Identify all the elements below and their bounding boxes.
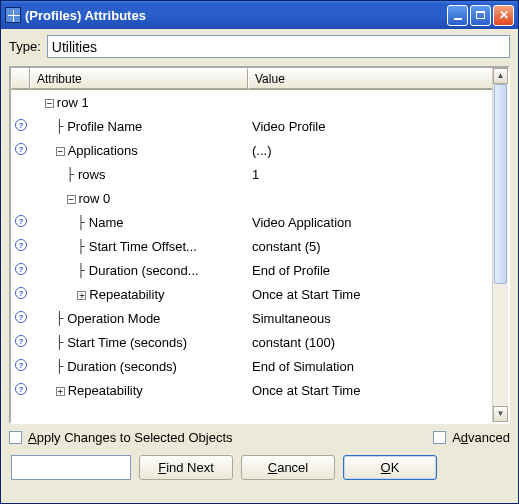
table-row[interactable]: ? ├ Profile NameVideo Profile (11, 114, 492, 138)
attribute-cell[interactable]: −row 1 (30, 95, 248, 110)
value-cell[interactable]: Simultaneous (248, 311, 492, 326)
attribute-cell[interactable]: +Repeatability (30, 287, 248, 302)
attribute-cell[interactable]: ├ Operation Mode (30, 311, 248, 326)
find-next-button[interactable]: Find Next (139, 455, 233, 480)
titlebar[interactable]: (Profiles) Attributes ✕ (1, 1, 518, 29)
table-row[interactable]: ? ├ Duration (second...End of Profile (11, 258, 492, 282)
value-cell[interactable]: End of Simulation (248, 359, 492, 374)
minimize-button[interactable] (447, 5, 468, 26)
apply-changes-checkbox[interactable] (9, 431, 22, 444)
svg-text:?: ? (18, 337, 23, 346)
attr-label: Name (89, 215, 124, 230)
attr-label: Operation Mode (67, 311, 160, 326)
table-row[interactable]: ├ rows1 (11, 162, 492, 186)
attribute-cell[interactable]: ├ Duration (second... (30, 263, 248, 278)
scroll-thumb[interactable] (494, 84, 507, 284)
svg-text:?: ? (18, 313, 23, 322)
type-input[interactable] (47, 35, 510, 58)
svg-text:?: ? (18, 361, 23, 370)
help-icon[interactable]: ? (11, 239, 30, 254)
table-row[interactable]: ? +RepeatabilityOnce at Start Time (11, 378, 492, 402)
svg-text:?: ? (18, 121, 23, 130)
attr-label: Repeatability (68, 383, 143, 398)
help-icon[interactable]: ? (11, 383, 30, 398)
window-title: (Profiles) Attributes (25, 8, 447, 23)
table-row[interactable]: ? +RepeatabilityOnce at Start Time (11, 282, 492, 306)
attr-label: Duration (second... (89, 263, 199, 278)
help-icon[interactable]: ? (11, 263, 30, 278)
header-help-col (11, 68, 30, 89)
value-cell[interactable]: (...) (248, 143, 492, 158)
attribute-cell[interactable]: ├ Name (30, 215, 248, 230)
value-cell[interactable]: constant (5) (248, 239, 492, 254)
close-button[interactable]: ✕ (493, 5, 514, 26)
app-icon (5, 7, 21, 23)
cancel-button[interactable]: Cancel (241, 455, 335, 480)
value-cell[interactable]: constant (100) (248, 335, 492, 350)
expand-icon[interactable]: + (77, 291, 86, 300)
svg-text:?: ? (18, 385, 23, 394)
attribute-cell[interactable]: ├ rows (30, 167, 248, 182)
attr-label: Repeatability (89, 287, 164, 302)
help-icon[interactable]: ? (11, 287, 30, 302)
help-icon[interactable]: ? (11, 143, 30, 158)
window: (Profiles) Attributes ✕ Type: Attribute … (0, 0, 519, 504)
maximize-button[interactable] (470, 5, 491, 26)
attribute-cell[interactable]: ├ Start Time (seconds) (30, 335, 248, 350)
table-row[interactable]: ? −Applications(...) (11, 138, 492, 162)
collapse-icon[interactable]: − (56, 147, 65, 156)
svg-text:?: ? (18, 289, 23, 298)
scroll-down-button[interactable]: ▼ (493, 406, 508, 422)
attr-label: Profile Name (67, 119, 142, 134)
attribute-cell[interactable]: ├ Start Time Offset... (30, 239, 248, 254)
attr-label: rows (78, 167, 105, 182)
attribute-cell[interactable]: −Applications (30, 143, 248, 158)
expand-icon[interactable]: + (56, 387, 65, 396)
help-icon[interactable]: ? (11, 119, 30, 134)
table-row[interactable]: −row 0 (11, 186, 492, 210)
attr-label: Start Time Offset... (89, 239, 197, 254)
ok-button[interactable]: OK (343, 455, 437, 480)
advanced-checkbox[interactable] (433, 431, 446, 444)
help-icon[interactable]: ? (11, 215, 30, 230)
help-icon[interactable]: ? (11, 359, 30, 374)
apply-changes-label: Apply Changes to Selected Objects (28, 430, 233, 445)
collapse-icon[interactable]: − (67, 195, 76, 204)
attr-label: row 1 (57, 95, 89, 110)
table-row[interactable]: ? ├ Operation ModeSimultaneous (11, 306, 492, 330)
attribute-cell[interactable]: +Repeatability (30, 383, 248, 398)
attributes-grid: Attribute Value −row 1? ├ Profile NameVi… (9, 66, 510, 424)
attribute-cell[interactable]: ├ Duration (seconds) (30, 359, 248, 374)
attr-label: Duration (seconds) (67, 359, 177, 374)
value-cell[interactable]: End of Profile (248, 263, 492, 278)
value-cell[interactable]: Once at Start Time (248, 383, 492, 398)
value-cell[interactable]: Once at Start Time (248, 287, 492, 302)
value-cell[interactable]: Video Profile (248, 119, 492, 134)
scroll-up-button[interactable]: ▲ (493, 68, 508, 84)
collapse-icon[interactable]: − (45, 99, 54, 108)
advanced-label: Advanced (452, 430, 510, 445)
value-cell[interactable]: Video Application (248, 215, 492, 230)
table-row[interactable]: −row 1 (11, 90, 492, 114)
table-row[interactable]: ? ├ Start Time (seconds)constant (100) (11, 330, 492, 354)
attribute-cell[interactable]: ├ Profile Name (30, 119, 248, 134)
help-icon[interactable]: ? (11, 311, 30, 326)
svg-text:?: ? (18, 217, 23, 226)
table-row[interactable]: ? ├ Duration (seconds)End of Simulation (11, 354, 492, 378)
header-value[interactable]: Value (248, 68, 508, 89)
help-icon[interactable]: ? (11, 335, 30, 350)
attribute-cell[interactable]: −row 0 (30, 191, 248, 206)
search-input[interactable] (11, 455, 131, 480)
attr-label: Start Time (seconds) (67, 335, 187, 350)
table-row[interactable]: ? ├ NameVideo Application (11, 210, 492, 234)
value-cell[interactable]: 1 (248, 167, 492, 182)
svg-text:?: ? (18, 145, 23, 154)
attr-label: row 0 (79, 191, 111, 206)
attr-label: Applications (68, 143, 138, 158)
table-row[interactable]: ? ├ Start Time Offset...constant (5) (11, 234, 492, 258)
header-attribute[interactable]: Attribute (30, 68, 248, 89)
scrollbar[interactable]: ▲ ▼ (492, 68, 508, 422)
svg-text:?: ? (18, 265, 23, 274)
type-label: Type: (9, 39, 41, 54)
svg-text:?: ? (18, 241, 23, 250)
